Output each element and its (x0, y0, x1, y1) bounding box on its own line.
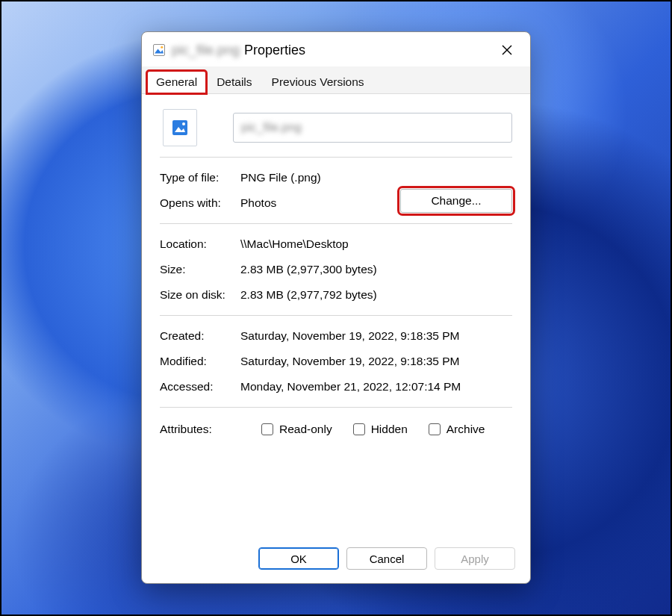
file-type-icon (163, 109, 197, 146)
location-value: \\Mac\Home\Desktop (240, 237, 512, 251)
close-icon (502, 45, 512, 55)
size-on-disk-value: 2.83 MB (2,977,792 bytes) (240, 288, 512, 302)
svg-point-7 (182, 122, 185, 125)
divider (160, 315, 512, 316)
ok-button[interactable]: OK (258, 547, 339, 570)
svg-rect-5 (172, 120, 187, 135)
location-label: Location: (160, 237, 240, 251)
archive-label: Archive (447, 423, 485, 436)
readonly-label: Read-only (279, 423, 332, 436)
type-of-file-label: Type of file: (160, 171, 240, 184)
svg-point-2 (161, 46, 163, 49)
attributes-label: Attributes: (160, 423, 240, 436)
divider (160, 157, 512, 158)
size-value: 2.83 MB (2,977,300 bytes) (240, 263, 512, 276)
readonly-checkbox[interactable]: Read-only (261, 423, 332, 436)
hidden-label: Hidden (371, 423, 408, 436)
archive-checkbox[interactable]: Archive (429, 423, 485, 436)
accessed-value: Monday, November 21, 2022, 12:07:14 PM (240, 380, 512, 393)
tab-general[interactable]: General (146, 70, 207, 94)
tab-strip: General Details Previous Versions (142, 66, 530, 94)
title-bar: pic_file.png Properties (142, 32, 530, 66)
cancel-button[interactable]: Cancel (346, 547, 427, 570)
checkbox-icon (353, 423, 365, 435)
created-value: Saturday, November 19, 2022, 9:18:35 PM (240, 329, 512, 343)
created-label: Created: (160, 329, 240, 343)
tab-details[interactable]: Details (207, 70, 261, 94)
size-label: Size: (160, 263, 240, 276)
modified-label: Modified: (160, 355, 240, 368)
divider (160, 223, 512, 224)
svg-rect-0 (154, 45, 165, 56)
divider (160, 407, 512, 408)
apply-button[interactable]: Apply (435, 547, 515, 570)
checkbox-icon (261, 423, 273, 435)
filename-input[interactable]: pic_file.png (233, 113, 512, 143)
dialog-footer: OK Cancel Apply (142, 538, 530, 583)
close-button[interactable] (494, 40, 520, 60)
properties-dialog: pic_file.png Properties General Details … (141, 31, 531, 584)
desktop-wallpaper: pic_file.png Properties General Details … (0, 0, 672, 616)
title-filename: pic_file.png (172, 43, 240, 58)
checkbox-icon (429, 423, 441, 435)
title-caption: Properties (244, 43, 305, 58)
opens-with-label: Opens with: (160, 196, 240, 210)
type-of-file-value: PNG File (.png) (240, 171, 512, 184)
filename-value: pic_file.png (241, 121, 302, 134)
hidden-checkbox[interactable]: Hidden (353, 423, 408, 436)
change-opens-with-button[interactable]: Change... (400, 189, 512, 213)
size-on-disk-label: Size on disk: (160, 288, 240, 302)
tab-previous-versions[interactable]: Previous Versions (262, 70, 374, 94)
accessed-label: Accessed: (160, 380, 240, 393)
image-file-icon (152, 43, 166, 57)
general-tab-content: pic_file.png Type of file: PNG File (.pn… (142, 94, 530, 538)
modified-value: Saturday, November 19, 2022, 9:18:35 PM (240, 355, 512, 368)
